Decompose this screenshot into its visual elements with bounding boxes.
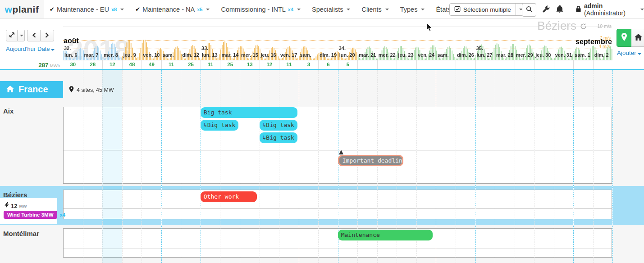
- day-total-cell[interactable]: 13: [240, 60, 260, 69]
- day-header-jeu-9[interactable]: jeu. 9: [123, 52, 136, 58]
- day-total-cell[interactable]: [593, 60, 613, 69]
- day-gridline: [593, 70, 594, 263]
- next-button[interactable]: [41, 30, 54, 41]
- nav-item-label: Maintenance - EU: [57, 6, 109, 13]
- map-pin-button[interactable]: [617, 29, 631, 47]
- home-view-button[interactable]: [631, 29, 644, 47]
- task-bar-big-task[interactable]: ↳Big task: [260, 132, 297, 143]
- nav-item-maintenance-eu[interactable]: ✔Maintenance - EUx8: [50, 6, 124, 13]
- day-total-cell[interactable]: 3: [299, 60, 319, 69]
- day-header-jeu-16[interactable]: jeu. 16: [261, 52, 276, 58]
- day-total-cell[interactable]: 11: [201, 60, 220, 69]
- day-total-cell[interactable]: [397, 60, 416, 69]
- site-label-montelimar[interactable]: Montélimar: [3, 230, 39, 237]
- day-total-cell[interactable]: [495, 60, 515, 69]
- search-button[interactable]: [522, 3, 536, 17]
- day-total-cell[interactable]: 5: [338, 60, 358, 69]
- day-total-cell[interactable]: 30: [63, 60, 83, 69]
- day-header-sam-1[interactable]: sam. 1: [575, 52, 590, 58]
- day-total-cell[interactable]: 48: [122, 60, 142, 69]
- day-header-lun-6[interactable]: lun. 6: [64, 52, 78, 58]
- day-total-cell[interactable]: [534, 60, 554, 69]
- day-total-cell[interactable]: [377, 60, 397, 69]
- today-link[interactable]: Aujourd'hui: [6, 45, 35, 52]
- site-label-beziers[interactable]: Béziers: [3, 191, 27, 199]
- day-gridline: [456, 70, 456, 263]
- day-header-mer-8[interactable]: mer. 8: [104, 52, 118, 58]
- day-header-ven-24[interactable]: ven. 24: [418, 52, 434, 58]
- bell-icon[interactable]: [556, 5, 563, 15]
- day-total-cell[interactable]: 11: [279, 60, 299, 69]
- nav-item-specialists[interactable]: Specialists: [312, 6, 350, 13]
- day-header-ven-31[interactable]: ven. 31: [555, 52, 572, 58]
- day-header-dim-19[interactable]: dim. 19: [320, 52, 337, 58]
- prev-button[interactable]: [27, 30, 41, 41]
- day-header-jeu-30[interactable]: jeu. 30: [535, 52, 551, 58]
- day-header-mer-22[interactable]: mer. 22: [379, 52, 396, 58]
- task-bar-important-deadline[interactable]: Important deadline: [338, 155, 403, 166]
- day-header-sam[interactable]: sam.: [300, 52, 311, 58]
- day-total-cell[interactable]: [436, 60, 456, 69]
- day-header-mer-29[interactable]: mer. 29: [516, 52, 533, 58]
- day-total-cell[interactable]: 28: [83, 60, 103, 69]
- day-total-cell[interactable]: [475, 60, 495, 69]
- task-bar-big-task[interactable]: ↳Big task: [201, 120, 238, 131]
- refresh-icon[interactable]: [580, 19, 587, 33]
- wrench-icon[interactable]: [542, 5, 550, 15]
- day-total-cell[interactable]: [456, 60, 475, 69]
- day-total-cell[interactable]: [416, 60, 436, 69]
- turbine-badge[interactable]: Wind Turbine 3MW: [4, 211, 57, 219]
- nav-item-maintenance-na[interactable]: ✔Maintenance - NAx5: [135, 6, 210, 13]
- day-total-cell[interactable]: 49: [142, 60, 161, 69]
- day-total-cell[interactable]: 12: [260, 60, 279, 69]
- day-total-cell[interactable]: 25: [220, 60, 240, 69]
- day-header-ven-17[interactable]: ven. 17: [280, 52, 297, 58]
- day-total-cell[interactable]: [515, 60, 534, 69]
- add-dropdown[interactable]: Ajouter: [617, 50, 641, 56]
- mouse-cursor: [426, 23, 433, 34]
- day-header-mar-21[interactable]: mar. 21: [359, 52, 376, 58]
- day-header-lun-27[interactable]: lun. 27: [477, 52, 493, 58]
- chevron-down-icon: [297, 9, 301, 10]
- day-total-cell[interactable]: 6: [318, 60, 338, 69]
- task-bar-big-task[interactable]: ↳Big task: [260, 120, 297, 131]
- zoom-dropdown-button[interactable]: [18, 30, 25, 41]
- energy-total: 287 MWh: [0, 62, 60, 68]
- multi-select-button[interactable]: Sélection multiple: [449, 3, 525, 16]
- nav-item-clients[interactable]: Clients: [361, 6, 388, 13]
- day-header-lun-20[interactable]: lun. 20: [339, 52, 355, 58]
- user-menu[interactable]: admin (Administrator): [569, 0, 644, 18]
- day-header-dim-2[interactable]: dim. 2: [594, 52, 609, 58]
- task-bar-other-work[interactable]: Other work: [201, 191, 257, 202]
- nav-item-types[interactable]: Types: [400, 6, 425, 13]
- weekend-gridline-band: [299, 186, 299, 225]
- group-header-france[interactable]: France: [0, 81, 63, 98]
- day-gridline: [122, 70, 123, 263]
- date-dropdown[interactable]: Date: [37, 45, 55, 52]
- day-total-cell[interactable]: [357, 60, 377, 69]
- day-total-cell[interactable]: 25: [181, 60, 201, 69]
- day-total-cell[interactable]: [554, 60, 574, 69]
- day-header-lun-13[interactable]: lun. 13: [202, 52, 218, 58]
- day-header-mer-15[interactable]: mer. 15: [241, 52, 258, 58]
- app-logo[interactable]: wplanif: [0, 0, 44, 18]
- home-icon: [6, 84, 14, 95]
- day-total-cell[interactable]: 11: [161, 60, 181, 69]
- day-header-mar-14[interactable]: mar. 14: [221, 52, 238, 58]
- day-header-mar-28[interactable]: mar. 28: [496, 52, 513, 58]
- site-label-aix[interactable]: Aix: [3, 107, 14, 115]
- weekend-gridline: [475, 70, 476, 263]
- day-header-dim-12[interactable]: dim. 12: [182, 52, 199, 58]
- day-header-mar-7[interactable]: mar. 7: [84, 52, 99, 58]
- day-header-jeu-23[interactable]: jeu. 23: [398, 52, 413, 58]
- nav-item-commissioning-intl[interactable]: Commissioning - INTLx4: [221, 6, 301, 13]
- expand-button[interactable]: [6, 30, 18, 41]
- day-header-ven-10[interactable]: ven. 10: [143, 52, 160, 58]
- day-total-cell[interactable]: 12: [102, 60, 122, 69]
- day-total-cell[interactable]: [573, 60, 593, 69]
- day-header-sam[interactable]: sam.: [437, 52, 448, 58]
- task-bar-maintenance[interactable]: Maintenance: [338, 230, 433, 240]
- day-header-sam[interactable]: sam.: [163, 52, 174, 58]
- task-bar-big-task[interactable]: Big task: [201, 107, 297, 118]
- day-header-dim-26[interactable]: dim. 26: [457, 52, 474, 58]
